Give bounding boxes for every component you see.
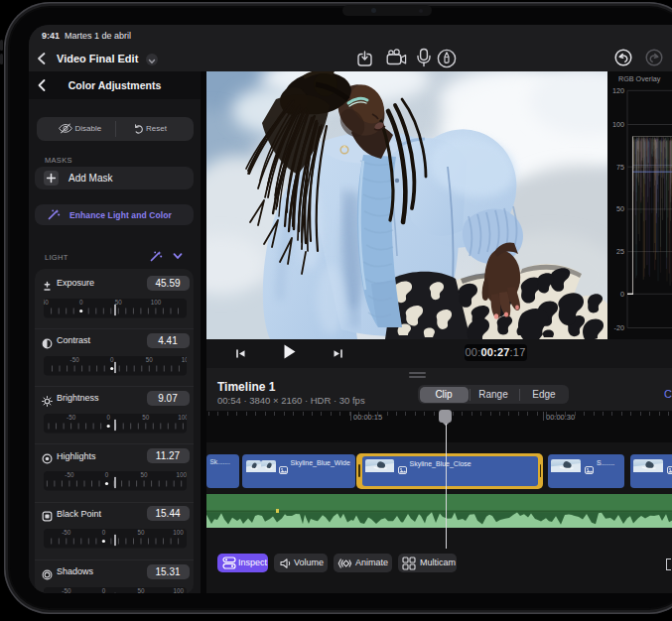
svg-text:100: 100 bbox=[173, 530, 184, 537]
svg-text:120: 120 bbox=[612, 86, 624, 95]
svg-text:-50: -50 bbox=[62, 530, 71, 537]
svg-text:0: 0 bbox=[106, 414, 110, 421]
svg-text:-50: -50 bbox=[44, 299, 49, 306]
svg-text:0: 0 bbox=[105, 471, 109, 478]
svg-text:-50: -50 bbox=[65, 471, 74, 478]
svg-text:75: 75 bbox=[616, 163, 624, 172]
svg-text:0: 0 bbox=[79, 299, 83, 306]
svg-text:50: 50 bbox=[115, 299, 123, 306]
svg-text:100: 100 bbox=[151, 299, 162, 306]
svg-text:-20: -20 bbox=[614, 323, 624, 332]
svg-text:100: 100 bbox=[173, 587, 184, 593]
svg-text:100: 100 bbox=[176, 471, 187, 478]
svg-text:50: 50 bbox=[146, 356, 154, 363]
svg-text:0: 0 bbox=[620, 290, 624, 299]
svg-text:50: 50 bbox=[138, 587, 146, 593]
svg-text:-50: -50 bbox=[67, 414, 76, 421]
svg-text:-50: -50 bbox=[70, 356, 80, 363]
svg-text:50: 50 bbox=[141, 471, 149, 478]
svg-text:0: 0 bbox=[102, 587, 106, 593]
svg-text:50: 50 bbox=[142, 414, 150, 421]
svg-text:100: 100 bbox=[178, 414, 187, 421]
svg-text:50: 50 bbox=[616, 204, 624, 213]
svg-text:0: 0 bbox=[110, 356, 114, 363]
svg-text:100: 100 bbox=[612, 120, 624, 129]
svg-text:RGB Overlay: RGB Overlay bbox=[618, 74, 661, 83]
svg-text:100: 100 bbox=[182, 356, 187, 363]
svg-text:50: 50 bbox=[137, 530, 145, 537]
svg-text:0: 0 bbox=[102, 530, 106, 537]
svg-text:25: 25 bbox=[616, 247, 624, 256]
svg-text:-50: -50 bbox=[62, 587, 71, 593]
